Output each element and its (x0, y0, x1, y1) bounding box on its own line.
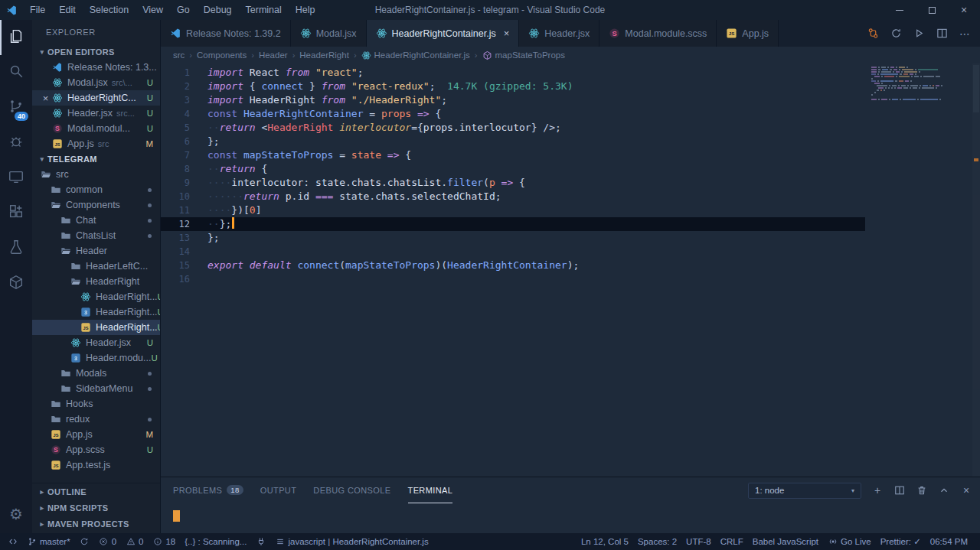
tree-item-hooks[interactable]: Hooks (32, 396, 160, 412)
tab-app-js[interactable]: JSApp.js (717, 20, 779, 47)
breadcrumb-components[interactable]: Components (195, 50, 248, 60)
tree-item-header-jsx[interactable]: Header.jsxU (32, 335, 160, 350)
compare-changes-icon[interactable] (867, 28, 879, 40)
activity-remote[interactable] (0, 161, 32, 196)
tree-item-headerleftc[interactable]: HeaderLeftC... (32, 259, 160, 274)
status-cursor-position[interactable]: Ln 12, Col 5 (577, 533, 633, 550)
status-go-live[interactable]: Go Live (823, 533, 876, 550)
status-doc-language[interactable]: javascript | HeaderRightContainer.js (270, 533, 433, 550)
more-actions-icon[interactable]: ⋯ (959, 28, 971, 40)
close-icon[interactable]: × (40, 93, 51, 104)
breadcrumb-headerright[interactable]: HeaderRight (298, 50, 351, 60)
split-terminal-icon[interactable] (893, 484, 906, 496)
status-remote[interactable] (3, 533, 22, 550)
status-connector[interactable] (251, 533, 270, 550)
tab-headerrightcontainer-js[interactable]: HeaderRightContainer.js× (367, 20, 520, 47)
close-icon[interactable]: × (504, 28, 510, 39)
menu-terminal[interactable]: Terminal (239, 0, 289, 20)
status-warnings[interactable]: 0 (121, 533, 148, 550)
activity-extensions[interactable] (0, 196, 32, 231)
menu-view[interactable]: View (136, 0, 170, 20)
status-git-branch[interactable]: master* (22, 533, 75, 550)
status-language-mode[interactable]: Babel JavaScript (748, 533, 823, 550)
activity-docker[interactable] (0, 266, 32, 301)
status-eol[interactable]: CRLF (716, 533, 748, 550)
code-line-13[interactable]: 13}; (161, 231, 865, 245)
code-line-11[interactable]: 11····})[0] (161, 203, 865, 217)
tree-item-chatslist[interactable]: ChatsList (32, 228, 160, 243)
open-editor-header-jsx[interactable]: Header.jsxsrc...U (32, 106, 160, 121)
section-npm-scripts[interactable]: ▸NPM SCRIPTS (32, 500, 160, 516)
code-line-2[interactable]: 2import { connect } from "react-redux"; … (161, 80, 865, 93)
project-header[interactable]: ▾ TELEGRAM (32, 151, 160, 167)
menu-help[interactable]: Help (289, 0, 322, 20)
tree-item-app-js[interactable]: JSApp.jsM (32, 427, 160, 442)
tree-item-modals[interactable]: Modals (32, 366, 160, 381)
panel-tab-problems[interactable]: PROBLEMS18 (173, 477, 243, 503)
terminal[interactable] (161, 503, 980, 533)
menu-file[interactable]: File (23, 0, 52, 20)
code-line-10[interactable]: 10······return p.id === state.chats.sele… (161, 190, 865, 203)
breadcrumb-headerrightcontainer-js[interactable]: HeaderRightContainer.js (360, 50, 472, 60)
open-editor-release-notes-1-3[interactable]: Release Notes: 1.3... (32, 60, 160, 75)
tree-item-src[interactable]: src (32, 167, 160, 182)
restore-button[interactable] (916, 0, 948, 20)
status-indentation[interactable]: Spaces: 2 (633, 533, 681, 550)
close-icon[interactable]: × (960, 484, 972, 496)
open-editor-app-js[interactable]: JSApp.jssrcM (32, 136, 160, 151)
minimize-button[interactable] (884, 0, 916, 20)
code-line-5[interactable]: 5··return <HeaderRight interlocutor={pro… (161, 121, 865, 135)
tree-item-components[interactable]: Components (32, 197, 160, 213)
section-maven-projects[interactable]: ▸MAVEN PROJECTS (32, 516, 160, 532)
breadcrumb-header[interactable]: Header (257, 50, 289, 60)
code-line-15[interactable]: 15export default connect(mapStateToProps… (161, 259, 865, 272)
tree-item-headerright[interactable]: HeaderRight (32, 274, 160, 289)
chevron-up-icon[interactable] (938, 484, 950, 496)
activity-search[interactable] (0, 55, 32, 90)
status-info-count[interactable]: 18 (148, 533, 180, 550)
open-editor-modal-jsx[interactable]: Modal.jsxsrc\...U (32, 75, 160, 90)
tab-modal-module-scss[interactable]: SModal.module.scss (599, 20, 717, 47)
terminal-select[interactable]: 1: node ▾ (748, 483, 861, 499)
code-line-7[interactable]: 7const mapStateToProps = state => { (161, 148, 865, 162)
open-editors-header[interactable]: ▾ OPEN EDITORS (32, 44, 160, 60)
status-errors[interactable]: 0 (94, 533, 121, 550)
split-editor-icon[interactable] (936, 28, 948, 40)
status-scanning[interactable]: {..} : Scanning... (180, 533, 251, 550)
refresh-icon[interactable] (890, 28, 902, 40)
tab-header-jsx[interactable]: Header.jsx (519, 20, 599, 47)
code-line-4[interactable]: 4const HeaderRightContainer = props => { (161, 107, 865, 121)
activity-explorer[interactable] (0, 20, 32, 55)
code-line-1[interactable]: 1import React from "react"; (161, 66, 865, 80)
code-line-3[interactable]: 3import HeaderRight from "./HeaderRight"… (161, 93, 865, 107)
trash-icon[interactable] (916, 484, 928, 496)
breadcrumb-mapstatetoprops[interactable]: mapStateToProps (481, 50, 567, 60)
activity-settings[interactable]: ⚙ (0, 498, 32, 530)
minimap[interactable] (871, 67, 971, 103)
code-line-8[interactable]: 8··return { (161, 162, 865, 176)
status-sync[interactable] (75, 533, 94, 550)
code-line-6[interactable]: 6}; (161, 135, 865, 148)
tree-item-headerright[interactable]: HeaderRight...U (32, 289, 160, 304)
tree-item-header[interactable]: Header (32, 243, 160, 259)
panel-tab-debug-console[interactable]: DEBUG CONSOLE (313, 477, 390, 503)
menu-edit[interactable]: Edit (52, 0, 83, 20)
breadcrumb-src[interactable]: src (172, 50, 186, 60)
code-line-14[interactable]: 14 (161, 245, 865, 259)
code-line-12[interactable]: 12··}; (161, 217, 865, 231)
tree-item-sidebarmenu[interactable]: SidebarMenu (32, 381, 160, 396)
tree-item-redux[interactable]: redux (32, 412, 160, 427)
panel-tab-output[interactable]: OUTPUT (260, 477, 297, 503)
tree-item-app-scss[interactable]: SApp.scssU (32, 442, 160, 457)
status-prettier[interactable]: Prettier: ✓ (876, 533, 926, 550)
tree-item-app-test-js[interactable]: JSApp.test.js (32, 457, 160, 473)
activity-test[interactable] (0, 231, 32, 266)
tree-item-common[interactable]: common (32, 182, 160, 197)
menu-selection[interactable]: Selection (83, 0, 136, 20)
tab-release-notes-1-39-2[interactable]: Release Notes: 1.39.2 (161, 20, 291, 47)
panel-tab-terminal[interactable]: TERMINAL (408, 477, 453, 503)
code-area[interactable]: 1import React from "react";2import { con… (161, 63, 865, 286)
close-button[interactable]: × (948, 0, 980, 20)
editor[interactable]: 1import React from "react";2import { con… (161, 63, 980, 477)
menu-debug[interactable]: Debug (197, 0, 239, 20)
